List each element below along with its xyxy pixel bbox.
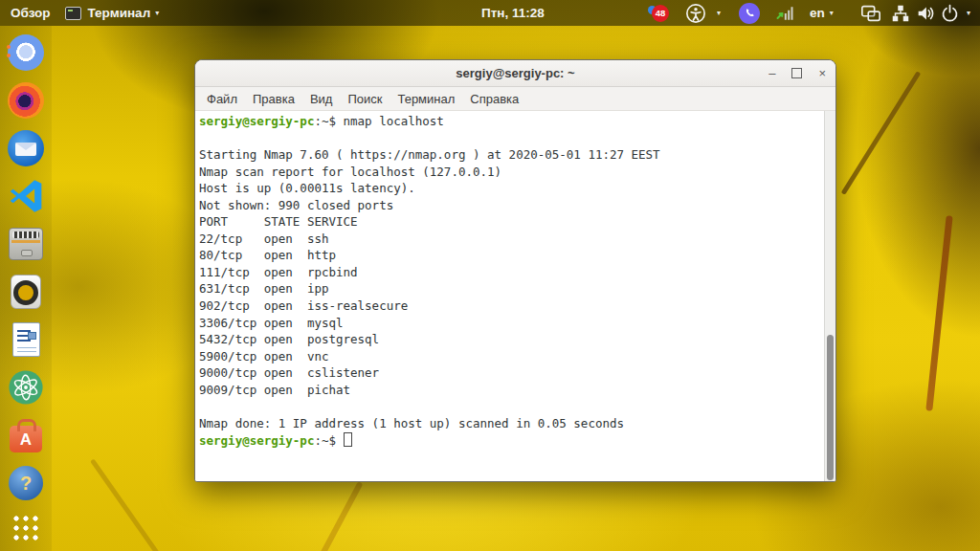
wired-network-icon	[890, 3, 911, 24]
terminal-line: sergiy@sergiy-pc:~$	[199, 432, 822, 450]
power-menu[interactable]	[940, 0, 960, 26]
terminal-line: 902/tcp open iss-realsecure	[199, 298, 822, 316]
viber-icon	[739, 3, 760, 24]
dock-item-atom[interactable]	[7, 368, 45, 407]
terminal-window: sergiy@sergiy-pc: ~ – × ФайлПравкаВидПои…	[194, 59, 836, 482]
chromium-icon	[8, 34, 44, 71]
terminal-line: Starting Nmap 7.60 ( https://nmap.org ) …	[199, 147, 822, 165]
dock-item-firefox[interactable]	[7, 81, 45, 120]
terminal-line: sergiy@sergiy-pc:~$ nmap localhost	[199, 114, 822, 131]
terminal-screen[interactable]: sergiy@sergiy-pc:~$ nmap localhostStarti…	[195, 111, 835, 481]
dock-item-rhythmbox[interactable]	[7, 273, 45, 311]
close-button[interactable]: ×	[818, 67, 826, 79]
terminal-cursor	[344, 432, 352, 447]
software-letter: A	[20, 431, 32, 448]
terminal-line: 22/tcp open ssh	[199, 231, 822, 249]
chevron-down-icon: ▾	[155, 9, 159, 17]
wired-network-menu[interactable]	[890, 0, 911, 26]
terminal-line: 9000/tcp open cslistener	[199, 365, 822, 383]
dock-item-vscode[interactable]	[7, 177, 45, 215]
network-status-indicator[interactable]	[775, 0, 794, 26]
screencast-icon	[859, 3, 882, 24]
dock-item-help[interactable]: ?	[7, 464, 45, 502]
vscode-icon	[8, 178, 44, 214]
terminal-line: 631/tcp open ipp	[199, 281, 822, 298]
terminal-line: Not shown: 990 closed ports	[199, 198, 822, 215]
thunderbird-icon	[8, 130, 44, 166]
desktop-wallpaper: Обзор Терминал ▾ Птн, 11:28 48 ▾	[0, 0, 980, 551]
chevron-down-icon: ▾	[967, 9, 970, 17]
rhythmbox-icon	[11, 275, 41, 309]
leaf-stem	[925, 215, 952, 411]
chevron-down-icon: ▾	[717, 9, 721, 17]
volume-icon	[915, 3, 936, 24]
accessibility-icon	[685, 3, 706, 24]
system-menu-caret: ▾	[962, 0, 970, 26]
terminal-line	[199, 131, 822, 148]
scrollbar-thumb[interactable]	[827, 335, 834, 480]
terminal-line: Nmap scan report for localhost (127.0.0.…	[199, 165, 822, 182]
minimize-button[interactable]: –	[768, 67, 775, 79]
network-signal-icon	[775, 4, 794, 23]
activities-button[interactable]: Обзор	[11, 6, 51, 20]
screencast-indicator	[859, 0, 882, 26]
scrollbar	[824, 111, 835, 481]
viber-indicator[interactable]	[739, 0, 760, 26]
terminal-line: PORT STATE SERVICE	[199, 214, 822, 231]
leaf-stem	[309, 481, 364, 551]
dock-item-chromium[interactable]	[7, 33, 45, 72]
terminal-line: Host is up (0.00011s latency).	[199, 181, 822, 198]
accessibility-caret: ▾	[712, 0, 721, 26]
terminal-line: 111/tcp open rpcbind	[199, 265, 822, 282]
show-applications-button[interactable]	[7, 512, 45, 540]
menu-item[interactable]: Файл	[199, 92, 245, 106]
files-icon	[9, 228, 43, 260]
terminal-app-icon	[65, 7, 81, 20]
power-icon	[940, 3, 960, 23]
window-titlebar[interactable]: sergiy@sergiy-pc: ~ – ×	[195, 60, 835, 87]
terminal-line: 9009/tcp open pichat	[199, 383, 822, 400]
menu-item[interactable]: Поиск	[340, 92, 390, 106]
show-applications-icon	[12, 515, 39, 541]
leaf-stem	[90, 458, 160, 551]
ubuntu-software-icon: A	[10, 426, 42, 452]
menu-item[interactable]: Справка	[462, 92, 526, 106]
menu-bar: ФайлПравкаВидПоискТерминалСправка	[195, 87, 835, 111]
atom-icon	[8, 369, 44, 406]
terminal-line	[199, 399, 822, 416]
running-indicator-dots	[7, 45, 11, 49]
terminal-line: Nmap done: 1 IP address (1 host up) scan…	[199, 416, 822, 433]
help-icon: ?	[9, 466, 43, 500]
menu-item[interactable]: Правка	[245, 92, 302, 106]
libreoffice-writer-icon	[12, 322, 40, 357]
menu-item[interactable]: Вид	[302, 92, 341, 106]
leaf-stem	[841, 71, 922, 195]
firefox-icon	[8, 82, 44, 119]
dock-item-files[interactable]	[7, 225, 45, 263]
dock-item-ubuntu-software[interactable]: A	[7, 416, 45, 454]
language-indicator[interactable]: en ▾	[810, 0, 834, 26]
notification-badge[interactable]: 48	[652, 0, 669, 26]
accessibility-menu[interactable]	[685, 0, 706, 26]
dock-item-thunderbird[interactable]	[7, 129, 45, 167]
clock[interactable]: Птн, 11:28	[481, 0, 545, 26]
chevron-down-icon: ▾	[830, 9, 834, 17]
terminal-line: 5900/tcp open vnc	[199, 349, 822, 366]
terminal-output: sergiy@sergiy-pc:~$ nmap localhostStarti…	[199, 114, 822, 450]
app-menu-button[interactable]: Терминал	[88, 6, 151, 20]
dock: A ?	[0, 26, 52, 551]
terminal-line: 80/tcp open http	[199, 248, 822, 265]
maximize-button[interactable]	[791, 68, 802, 78]
top-bar: Обзор Терминал ▾ Птн, 11:28 48 ▾	[0, 0, 980, 26]
menu-item[interactable]: Терминал	[390, 92, 462, 106]
dock-item-libreoffice-writer[interactable]	[7, 320, 45, 359]
volume-menu[interactable]	[915, 0, 936, 26]
terminal-line: 3306/tcp open mysql	[199, 316, 822, 333]
window-title: sergiy@sergiy-pc: ~	[456, 66, 574, 80]
terminal-line: 5432/tcp open postgresql	[199, 332, 822, 349]
